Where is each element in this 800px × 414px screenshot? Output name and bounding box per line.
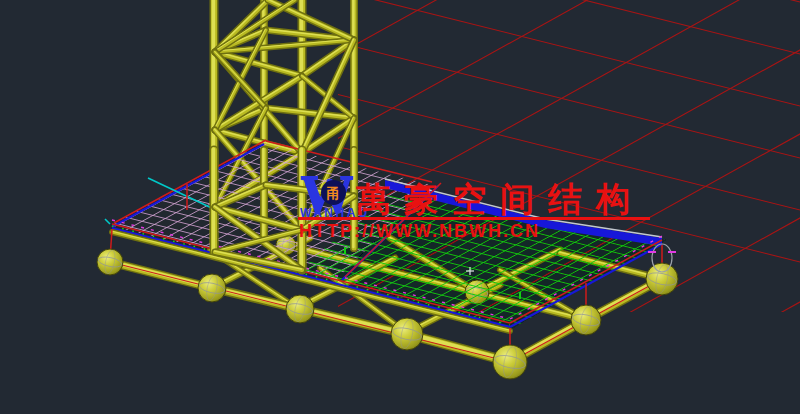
watermark-logo-badge: 甬 [321,180,346,205]
watermark-title: 萬豪空间结构 [356,182,644,216]
watermark-underline [298,217,650,220]
reference-grid [0,0,800,330]
cad-model-viewport[interactable]: W 甬 WANHAO 萬豪空间结构 HTTP://WWW.NBWH.CN [0,0,800,414]
watermark-url: HTTP://WWW.NBWH.CN [299,222,540,240]
